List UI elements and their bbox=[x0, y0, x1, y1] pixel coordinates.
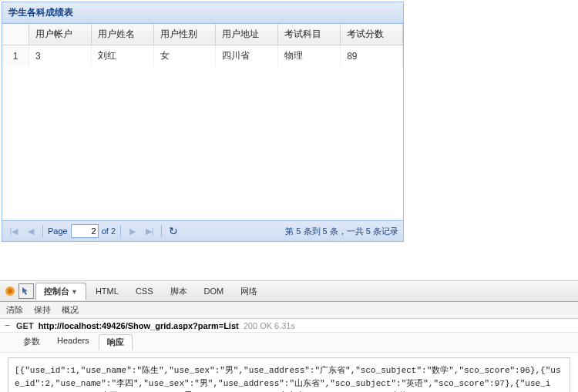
col-address[interactable]: 用户地址 bbox=[216, 24, 278, 45]
header-row: 用户帐户 用户姓名 用户性别 用户地址 考试科目 考试分数 bbox=[2, 24, 403, 45]
separator bbox=[120, 225, 121, 237]
cell-subject: 物理 bbox=[278, 45, 341, 67]
subtab-params[interactable]: 参数 bbox=[15, 334, 48, 350]
cell-sex: 女 bbox=[153, 45, 216, 67]
devtools-tabs: 控制台▼ HTML CSS 脚本 DOM 网络 bbox=[0, 281, 578, 302]
inspect-button[interactable] bbox=[18, 283, 34, 299]
page-input[interactable] bbox=[71, 224, 99, 238]
request-url: http://localhost:49426/Show_grid.aspx?pa… bbox=[39, 321, 239, 330]
rownum-header bbox=[2, 24, 29, 45]
panel-title: 学生各科成绩表 bbox=[2, 2, 403, 24]
collapse-toggle-icon[interactable]: − bbox=[3, 320, 12, 330]
firebug-icon[interactable] bbox=[3, 284, 17, 298]
subtab-headers[interactable]: Headers bbox=[49, 334, 97, 350]
refresh-button[interactable]: ↻ bbox=[166, 224, 180, 238]
request-subtabs: 参数 Headers 响应 bbox=[0, 333, 578, 353]
last-page-button[interactable]: ▶| bbox=[143, 224, 156, 238]
separator bbox=[42, 225, 43, 237]
devtools-toolbar: 清除 保持 概况 bbox=[0, 302, 578, 319]
col-score[interactable]: 考试分数 bbox=[341, 24, 403, 45]
grid-panel: 学生各科成绩表 用户帐户 用户姓名 用户性别 用户地址 考试科目 考试分数 1 … bbox=[2, 2, 404, 242]
paging-status: 第 5 条到 5 条，一共 5 条记录 bbox=[285, 226, 398, 237]
separator bbox=[161, 225, 162, 237]
profile-button[interactable]: 概况 bbox=[62, 304, 79, 316]
response-body[interactable]: [{"use_id":1,"use_name":"陈生","use_sex":"… bbox=[8, 357, 570, 392]
col-subject[interactable]: 考试科目 bbox=[278, 24, 341, 45]
col-name[interactable]: 用户姓名 bbox=[91, 24, 153, 45]
tab-css[interactable]: CSS bbox=[128, 284, 161, 298]
clear-button[interactable]: 清除 bbox=[6, 304, 23, 316]
tab-dom[interactable]: DOM bbox=[197, 284, 232, 298]
dropdown-arrow-icon: ▼ bbox=[71, 288, 78, 296]
devtools-panel: 控制台▼ HTML CSS 脚本 DOM 网络 清除 保持 概况 − GET h… bbox=[0, 280, 578, 392]
page-of-text: of 2 bbox=[102, 226, 116, 236]
tab-html[interactable]: HTML bbox=[88, 284, 126, 298]
request-method: GET bbox=[16, 321, 34, 330]
data-grid: 用户帐户 用户姓名 用户性别 用户地址 考试科目 考试分数 1 3 刘红 女 四… bbox=[2, 24, 403, 220]
table-row[interactable]: 1 3 刘红 女 四川省 物理 89 bbox=[2, 45, 403, 67]
page-label: Page bbox=[48, 226, 68, 236]
cell-name: 刘红 bbox=[91, 45, 153, 67]
tab-console[interactable]: 控制台▼ bbox=[35, 283, 86, 300]
request-row[interactable]: − GET http://localhost:49426/Show_grid.a… bbox=[0, 319, 578, 333]
paging-toolbar: |◀ ◀ Page of 2 ▶ ▶| ↻ 第 5 条到 5 条，一共 5 条记… bbox=[2, 220, 403, 241]
request-status: 200 OK 6.31s bbox=[244, 321, 295, 330]
first-page-button[interactable]: |◀ bbox=[7, 224, 21, 238]
persist-button[interactable]: 保持 bbox=[34, 304, 51, 316]
prev-page-button[interactable]: ◀ bbox=[24, 224, 38, 238]
tab-script[interactable]: 脚本 bbox=[163, 283, 195, 300]
grid-empty-area bbox=[2, 66, 403, 220]
svg-point-1 bbox=[8, 289, 12, 293]
cell-account: 3 bbox=[29, 45, 92, 67]
cell-score: 89 bbox=[341, 45, 403, 67]
subtab-response[interactable]: 响应 bbox=[99, 334, 133, 350]
cell-address: 四川省 bbox=[216, 45, 278, 67]
col-account[interactable]: 用户帐户 bbox=[29, 24, 92, 45]
col-sex[interactable]: 用户性别 bbox=[153, 24, 216, 45]
row-number: 1 bbox=[2, 45, 29, 67]
tab-net[interactable]: 网络 bbox=[233, 283, 265, 300]
next-page-button[interactable]: ▶ bbox=[126, 224, 139, 238]
